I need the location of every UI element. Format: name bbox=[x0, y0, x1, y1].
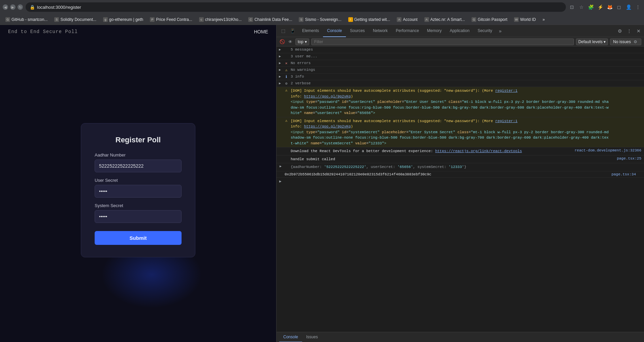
msg-text bbox=[312, 60, 644, 62]
bookmark-account[interactable]: A Account bbox=[394, 17, 420, 23]
console-toolbar: 🚫 👁 top ▾ Default levels ▾ No issues ⚙ bbox=[277, 37, 644, 47]
bookmark-label: go-ethereum | geth bbox=[109, 17, 143, 22]
account-favicon: A bbox=[397, 17, 401, 22]
goo-link-2[interactable]: https://goo.gl/9p2vKg bbox=[304, 124, 351, 129]
expand-icon[interactable] bbox=[277, 87, 283, 88]
aadhar-field-group: Aadhar Number bbox=[95, 152, 182, 172]
message-count[interactable]: 3 info bbox=[289, 74, 306, 80]
console-no-warnings[interactable]: ▶ ⚠ No warnings bbox=[277, 67, 644, 74]
extension2-icon[interactable]: ⚡ bbox=[597, 4, 604, 10]
handle-submit-obj-msg: ▶ {aadharNumber: '52225222522225222', us… bbox=[277, 163, 644, 171]
bookmark-more[interactable]: » bbox=[540, 17, 548, 23]
issues-label: No issues bbox=[613, 39, 631, 44]
bookmark-gitcoin[interactable]: G Gitcoin Passport bbox=[469, 17, 510, 23]
clear-console-icon[interactable]: 🚫 bbox=[279, 39, 285, 45]
bookmark-star-icon[interactable]: ☆ bbox=[578, 4, 585, 10]
expand-icon[interactable]: ▶ bbox=[277, 47, 283, 52]
user-secret-input[interactable] bbox=[95, 185, 182, 198]
bottom-tab-issues[interactable]: Issues bbox=[302, 332, 322, 342]
goo-link-1[interactable]: https://goo.gl/9p2vKg bbox=[304, 94, 351, 98]
extension4-icon[interactable]: ◻ bbox=[616, 4, 622, 10]
more-tabs-button[interactable]: » bbox=[496, 28, 504, 34]
message-count[interactable]: 2 verbose bbox=[289, 80, 312, 86]
filter-toggle-icon[interactable]: 👁 bbox=[287, 39, 293, 45]
expand-icon[interactable] bbox=[277, 117, 283, 118]
log-levels-selector[interactable]: Default levels ▾ bbox=[576, 38, 608, 45]
console-filter-input[interactable] bbox=[311, 38, 574, 45]
no-issues-badge: No issues ⚙ bbox=[610, 38, 641, 45]
expand-icon[interactable]: ▶ bbox=[277, 74, 283, 79]
hash-source[interactable]: page.tsx:34 bbox=[611, 172, 636, 176]
dom-warn-2-source[interactable] bbox=[610, 117, 644, 119]
dots-icon[interactable]: ⋮ bbox=[625, 27, 633, 35]
profile-icon[interactable]: 👤 bbox=[625, 4, 632, 10]
submit-button[interactable]: Submit bbox=[95, 231, 182, 245]
tab-application[interactable]: Application bbox=[446, 25, 474, 37]
console-2-verbose[interactable]: ▶ ⚙ 2 verbose bbox=[277, 80, 644, 87]
message-count[interactable]: No warnings bbox=[289, 67, 317, 73]
tab-performance[interactable]: Performance bbox=[392, 25, 423, 37]
expand-arrow-icon[interactable]: ▶ bbox=[277, 163, 283, 168]
msg-text bbox=[306, 74, 644, 76]
react-devtools-link[interactable]: https://reactjs.org/link/react-devtools bbox=[435, 149, 522, 153]
devtools-sidebar-icons: ⬚ 📱 bbox=[278, 27, 298, 35]
bookmark-chiranjeev[interactable]: c chiranjeev13/zKho... bbox=[196, 17, 245, 23]
tab-console[interactable]: Console bbox=[323, 25, 346, 37]
dom-warn-link-2[interactable]: register:1 bbox=[495, 119, 517, 123]
expand-icon[interactable]: ▶ bbox=[277, 67, 283, 72]
message-count[interactable]: 3 user me... bbox=[289, 53, 319, 59]
bottom-tab-console[interactable]: Console bbox=[279, 332, 302, 342]
message-count[interactable]: 5 messages bbox=[289, 47, 314, 53]
bookmark-sismo[interactable]: S Sismo - Sovereign... bbox=[296, 17, 344, 23]
tab-elements[interactable]: Elements bbox=[298, 25, 323, 37]
bookmark-github[interactable]: G GitHub - smartcon... bbox=[3, 17, 50, 23]
expand-icon[interactable]: ▶ bbox=[277, 53, 283, 58]
expand-icon[interactable]: ▶ bbox=[277, 60, 283, 65]
console-no-errors[interactable]: ▶ ✕ No errors bbox=[277, 60, 644, 67]
console-3-info[interactable]: ▶ ℹ 3 info bbox=[277, 74, 644, 80]
tab-network[interactable]: Network bbox=[369, 25, 392, 37]
handle-submit-source[interactable]: page.tsx:25 bbox=[610, 155, 644, 162]
settings-icon[interactable]: ⚙ bbox=[616, 27, 624, 35]
bookmark-solidity[interactable]: S Solidity Document... bbox=[52, 17, 99, 23]
context-selector[interactable]: top ▾ bbox=[295, 38, 309, 45]
sismo-favicon: S bbox=[299, 17, 303, 22]
inspect-icon[interactable]: ⬚ bbox=[279, 27, 287, 35]
bookmark-aztec[interactable]: A Aztec.nr: A Smart... bbox=[422, 17, 468, 23]
refresh-button[interactable]: ↻ bbox=[18, 4, 23, 10]
bookmark-getting-started[interactable]: ! Getting started wit... bbox=[346, 17, 393, 23]
extension3-icon[interactable]: 🦊 bbox=[606, 4, 613, 10]
dom-warn-2-text: [DOM] Input elements should have autocom… bbox=[289, 117, 610, 147]
react-devtools-source[interactable]: react-dom.development.js:32366 bbox=[572, 147, 644, 153]
dom-warn-1-source[interactable] bbox=[610, 87, 644, 89]
dom-warn-link-1[interactable]: register:1 bbox=[495, 89, 517, 93]
console-5-messages-group[interactable]: ▶ 5 messages bbox=[277, 47, 644, 53]
tab-security[interactable]: Security bbox=[474, 25, 496, 37]
system-secret-input[interactable] bbox=[95, 210, 182, 223]
tab-sources[interactable]: Sources bbox=[346, 25, 369, 37]
bookmark-worldid[interactable]: W World ID bbox=[511, 17, 538, 23]
bookmark-chainlink[interactable]: C Chainlink Data Fee... bbox=[246, 17, 295, 23]
message-count[interactable]: No errors bbox=[289, 60, 312, 66]
expand-icon[interactable]: ▶ bbox=[277, 80, 283, 85]
cast-icon[interactable]: ⊡ bbox=[569, 4, 575, 10]
github-favicon: G bbox=[5, 17, 10, 22]
expand-arrow-prompt[interactable]: ▶ bbox=[277, 178, 644, 185]
issues-settings-icon[interactable]: ⚙ bbox=[632, 39, 638, 45]
close-devtools-icon[interactable]: ✕ bbox=[635, 27, 643, 35]
home-link[interactable]: HOME bbox=[254, 29, 268, 34]
device-icon[interactable]: 📱 bbox=[289, 27, 297, 35]
aadhar-input[interactable] bbox=[95, 160, 182, 172]
handle-submit-msg: handle submit called page.tsx:25 bbox=[277, 155, 644, 164]
bookmark-price-feed[interactable]: P Price Feed Contra... bbox=[147, 17, 195, 23]
forward-button[interactable]: ▶ bbox=[10, 4, 15, 10]
bookmark-geth[interactable]: g go-ethereum | geth bbox=[100, 17, 146, 23]
back-button[interactable]: ◀ bbox=[3, 4, 8, 10]
tab-memory[interactable]: Memory bbox=[423, 25, 446, 37]
extension-icon[interactable]: 🧩 bbox=[587, 4, 594, 10]
console-3-user-messages-group[interactable]: ▶ 3 user me... bbox=[277, 53, 644, 60]
hash-text: 0x2b972b55061bdb15d829244107102120e0e823… bbox=[285, 172, 431, 176]
menu-icon[interactable]: ⋮ bbox=[635, 4, 641, 10]
address-bar[interactable]: 🔒 localhost:3000/register bbox=[26, 2, 566, 12]
browser-toolbar: ◀ ▶ ↻ 🔒 localhost:3000/register ⊡ ☆ 🧩 ⚡ … bbox=[0, 0, 644, 14]
